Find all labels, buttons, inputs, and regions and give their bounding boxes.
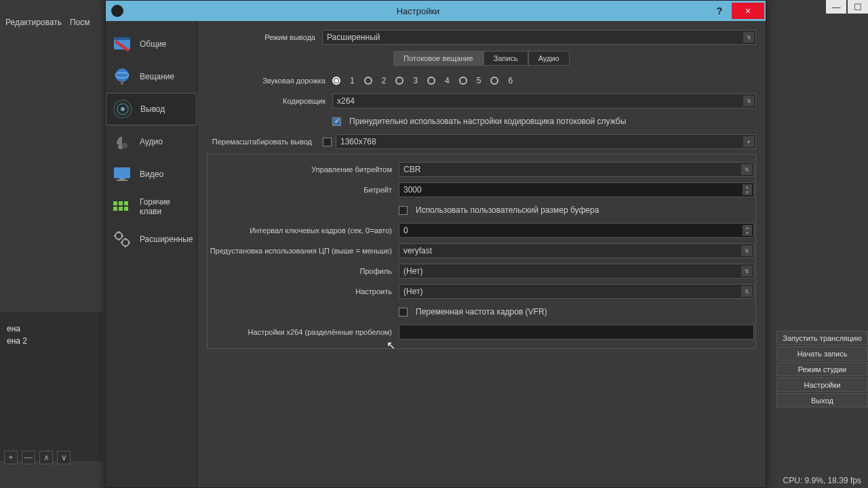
svg-point-2 [115,68,129,82]
enforce-encoder-label: Принудительно использовать настройки код… [349,117,626,126]
x264opts-label: Настройки x264 (разделённые пробелом) [209,328,399,336]
tab-streaming[interactable]: Потоковое вещание [393,51,483,66]
list-item[interactable]: ена 2 [4,335,99,347]
audio-icon [110,129,134,154]
output-mode-select[interactable]: Расширенный⇅ [322,30,756,45]
list-item[interactable]: ена [4,323,99,335]
preset-label: Предустановка использования ЦП (выше = м… [209,247,399,255]
chevron-down-icon: ▾ [743,136,754,147]
dialog-title: Настройки [129,6,707,16]
audio-track-2-radio[interactable] [364,77,372,85]
svg-rect-1 [114,37,130,40]
settings-button[interactable]: Настройки [776,378,868,392]
tune-select[interactable]: (Нет)⇅ [399,284,754,299]
spin-up-icon[interactable]: ▲ [743,184,752,190]
bitrate-input[interactable]: 3000▲▼ [399,182,754,197]
audio-track-5-radio[interactable] [459,77,467,85]
tab-recording[interactable]: Запись [484,51,528,66]
sidebar-item-label: Общие [140,39,166,49]
chevron-updown-icon: ⇅ [741,245,752,256]
sidebar-item-hotkeys[interactable]: Горячие клави [106,190,197,223]
audio-track-1-radio[interactable] [332,77,340,85]
close-button[interactable]: × [732,3,764,19]
svg-rect-15 [113,207,117,211]
tune-label: Настроить [209,287,399,296]
start-recording-button[interactable]: Начать запись [776,346,868,361]
controls-panel: Запустить трансляцию Начать запись Режим… [776,331,868,407]
dialog-titlebar: Настройки ? × [106,1,766,21]
svg-rect-13 [119,201,123,205]
settings-content: Режим вывода Расширенный⇅ Потоковое веща… [197,21,766,487]
sidebar-item-label: Видео [140,169,163,179]
audio-track-label: Звуковая дорожка [207,77,332,85]
sidebar-item-label: Вещание [140,72,174,81]
encoder-select[interactable]: x264⇅ [332,94,756,108]
svg-rect-17 [124,207,128,211]
scenes-panel: ена ена 2 [0,312,103,461]
encoder-label: Кодировщик [207,97,332,105]
sidebar-item-stream[interactable]: Вещание [106,60,197,93]
remove-scene-button[interactable]: — [22,451,35,464]
obs-icon [111,5,123,17]
scenes-toolbar: + — ∧ ∨ [0,447,103,468]
move-up-button[interactable]: ∧ [39,451,53,464]
svg-rect-10 [119,178,125,180]
svg-rect-9 [114,167,130,178]
sidebar-item-label: Аудио [140,137,163,146]
audio-track-3-radio[interactable] [395,77,403,85]
output-icon [111,97,135,121]
spin-down-icon[interactable]: ▼ [743,230,752,236]
tab-audio[interactable]: Аудио [528,51,570,66]
help-button[interactable]: ? [707,3,732,19]
advanced-icon [110,227,134,251]
sidebar-item-general[interactable]: Общие [106,28,197,60]
hotkeys-icon [110,195,134,219]
main-menu-bar: Редактировать Посм [0,16,95,31]
svg-point-18 [115,232,122,239]
svg-rect-16 [119,207,123,211]
sidebar-item-label: Расширенные [140,235,193,244]
rate-control-select[interactable]: CBR⇅ [399,162,754,177]
vfr-checkbox[interactable] [399,308,408,317]
audio-track-6-radio[interactable] [490,77,498,85]
svg-rect-4 [121,81,123,85]
status-bar: CPU: 9.9%, 18.39 fps [776,473,868,488]
keyint-input[interactable]: 0▲▼ [399,223,754,238]
stream-icon [110,64,134,89]
menu-view[interactable]: Посм [70,18,90,30]
rate-control-label: Управление битрейтом [209,165,399,174]
rescale-label: Перемасштабировать вывод [207,138,319,146]
x264opts-input[interactable] [399,325,754,340]
svg-rect-14 [124,201,128,205]
sidebar-item-audio[interactable]: Аудио [106,125,197,158]
profile-select[interactable]: (Нет)⇅ [399,264,754,279]
rescale-checkbox[interactable] [323,138,332,146]
add-scene-button[interactable]: + [4,451,18,464]
spin-down-icon[interactable]: ▼ [743,190,752,195]
general-icon [110,32,134,56]
main-window-controls: — ☐ [826,0,868,16]
custom-buffer-checkbox[interactable] [399,206,408,215]
sidebar-item-label: Вывод [140,104,165,114]
chevron-updown-icon: ⇅ [741,266,752,277]
move-down-button[interactable]: ∨ [57,451,71,464]
sidebar-item-output[interactable]: Вывод [106,93,197,125]
sidebar-item-advanced[interactable]: Расширенные [106,223,197,256]
video-icon [110,162,134,186]
audio-track-4-radio[interactable] [427,77,435,85]
custom-buffer-label: Использовать пользовательский размер буф… [416,205,599,215]
output-tabs: Потоковое вещание Запись Аудио [207,51,756,66]
enforce-encoder-checkbox[interactable] [332,117,341,126]
sidebar-item-video[interactable]: Видео [106,158,197,190]
rescale-select[interactable]: 1360x768▾ [336,134,756,149]
preset-select[interactable]: veryfast⇅ [399,243,754,258]
main-maximize-button[interactable]: ☐ [848,0,868,14]
studio-mode-button[interactable]: Режим студии [776,362,868,376]
encoder-settings-frame: Управление битрейтом CBR⇅ Битрейт 3000▲▼… [207,154,756,349]
start-streaming-button[interactable]: Запустить трансляцию [776,331,868,345]
settings-sidebar: Общие Вещание Вывод Аудио Видео Горячие … [106,21,197,487]
main-minimize-button[interactable]: — [826,0,846,14]
menu-edit[interactable]: Редактировать [5,18,62,30]
spin-up-icon[interactable]: ▲ [743,225,752,230]
exit-button[interactable]: Выход [776,393,868,407]
